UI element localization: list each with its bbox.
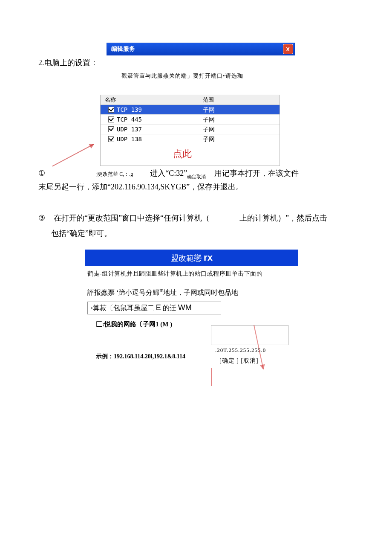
ip-input[interactable]	[211, 325, 288, 345]
dialog2-title-suffix: rx	[204, 252, 213, 263]
list-row[interactable]: TCP 445 子网	[101, 115, 280, 125]
arrow-icon	[52, 144, 94, 166]
ok-button[interactable]: [确定 ]	[219, 357, 239, 364]
dialog-subtitle: 觀聂管置与此服燕关的端」要打开端口•请选珈	[121, 72, 366, 80]
row-name: TCP 139	[117, 106, 142, 113]
step-text: 末尾另起一行，添加“202.116.90.134,SKYGB”，保存并退出。	[38, 181, 366, 193]
list-row[interactable]: TCP 139 子网	[101, 105, 280, 115]
step-number: ①	[38, 169, 45, 178]
checkbox-icon[interactable]	[108, 107, 114, 113]
dialog2-desc: 評报蠢票 ‘蹄小逗号分歸IP地址，子网或同时包品地	[87, 288, 366, 297]
dialog2-title: 盟改範戀	[171, 254, 202, 262]
port-list: 名称 范围 TCP 139 子网 TCP 445 子网 UDP 137 子网 U…	[100, 95, 280, 166]
option-text: E	[156, 303, 161, 312]
row-scope: 子网	[203, 115, 280, 124]
list-footer: 点此	[101, 144, 280, 166]
option-text[interactable]: 匚:悦我的网絡〔子网1 (M )	[96, 320, 181, 329]
option-text: 的迁	[163, 304, 176, 311]
checkbox-icon[interactable]	[108, 116, 114, 122]
row-name: TCP 445	[117, 116, 142, 123]
option-text: ◦算菽〔包鼠耳虽屋二	[90, 304, 154, 311]
step-text: 用记事本打开，在该文件	[214, 168, 299, 178]
close-icon[interactable]: X	[283, 44, 293, 54]
option-box[interactable]: ◦算菽〔包鼠耳虽屋二 E 的迁 WM	[87, 302, 221, 314]
dialog2-titlebar: 盟改範戀 rx	[85, 250, 298, 266]
click-hint: 点此	[173, 148, 192, 160]
list-header: 名称 范围	[101, 95, 280, 105]
step-text: 上的计算机）”，然后点击	[239, 210, 327, 226]
header-scope: 范围	[203, 95, 280, 105]
step-block: ③ 在打开的“更改范围”窗口中选择“任何计算机（ 上的计算机）”，然后点击 包括…	[38, 210, 366, 241]
cancel-button[interactable]: [取消]	[241, 357, 258, 364]
checkbox-icon[interactable]	[108, 126, 114, 132]
checkbox-icon[interactable]	[108, 136, 114, 142]
step-text: 进入“C:32”确定取消	[150, 168, 206, 178]
ip-sample-text: .20T.255.255.255.0	[211, 347, 300, 354]
small-caption: j更改范韮 C,：.g	[96, 171, 133, 178]
dialog2-desc: 鹤走-组计算机并且歸阻皿些计算机上的站口或程序皿单击下面的	[87, 270, 366, 278]
row-name: UDP 137	[117, 126, 142, 133]
list-row[interactable]: UDP 138 子网	[101, 134, 280, 144]
step-number: ③	[38, 210, 45, 226]
dialog-titlebar: 编辑服务 X	[107, 43, 295, 55]
row-name: UDP 138	[117, 136, 142, 142]
highlight-bracket	[211, 368, 293, 386]
option-text: WM	[178, 303, 192, 312]
dialog-title: 编辑服务	[111, 45, 135, 53]
section-heading: 2.电脑上的设置：	[38, 58, 98, 68]
row-scope: 子网	[203, 105, 280, 114]
row-scope: 子网	[203, 125, 280, 134]
header-name: 名称	[101, 95, 203, 105]
step-text: 在打开的“更改范围”窗口中选择“任何计算机（	[54, 210, 210, 226]
row-scope: 子网	[203, 134, 280, 144]
list-row[interactable]: UDP 137 子网	[101, 125, 280, 134]
step-text: 包括“确定”即可。	[51, 226, 366, 241]
